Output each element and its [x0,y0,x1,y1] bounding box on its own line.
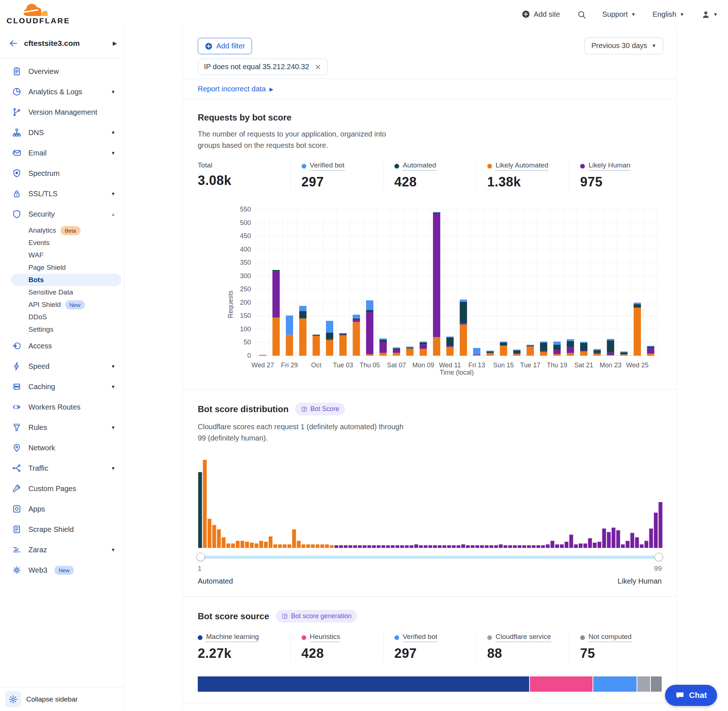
bar-segment-automated [366,310,373,312]
sidebar-item-web3[interactable]: Web3New [0,560,124,580]
filters-section: Add filter IP does not equal 35.212.240.… [182,28,676,79]
account-menu[interactable]: ▼ [701,10,718,19]
collapse-sidebar-label[interactable]: Collapse sidebar [26,695,78,704]
requests-card-description: The number of requests to your applicati… [198,128,409,151]
sidebar-subitem-api-shield[interactable]: API ShieldNew [0,298,124,311]
sidebar-item-ssl-tls[interactable]: SSL/TLS▼ [0,183,124,204]
sidebar-subitem-events[interactable]: Events [0,237,124,249]
date-range-dropdown[interactable]: Previous 30 days ▼ [585,37,663,54]
stat-label[interactable]: Verified bot [403,633,437,642]
sidebar-item-speed[interactable]: Speed▼ [0,356,124,376]
slider-track[interactable] [198,556,661,559]
back-arrow-icon[interactable] [9,38,18,48]
distribution-card-description: Cloudflare scores each request 1 (defini… [198,421,409,444]
slider-handle-min[interactable] [196,553,205,561]
main-content: Add filter IP does not equal 35.212.240.… [182,28,677,711]
sidebar-item-workers-routes[interactable]: Workers Routes [0,397,124,417]
sidebar-subitem-analytics[interactable]: AnalyticsBeta [0,224,124,237]
svg-text:450: 450 [240,232,251,239]
legend-dot [301,164,306,168]
sidebar-item-label: Analytics & Logs [28,88,82,96]
histogram-bar [278,544,282,548]
sidebar-item-access[interactable]: Access [0,336,124,356]
remove-filter-icon[interactable] [314,63,322,71]
bot-score-generation-badge[interactable]: Bot score generation [276,610,357,622]
sidebar-item-version-management[interactable]: Version Management [0,102,124,122]
stat-label[interactable]: Likely Automated [496,161,548,171]
sidebar-item-rules[interactable]: Rules▼ [0,417,124,438]
sidebar-item-overview[interactable]: Overview [0,61,124,81]
bar-segment-likely-automated [353,322,360,356]
support-menu[interactable]: Support ▼ [602,10,636,19]
sidebar-subitem-sensitive-data[interactable]: Sensitive Data [0,286,124,298]
arrow-right-icon: ▶ [269,86,273,92]
histogram-bar [551,541,554,548]
add-site-label: Add site [533,10,560,19]
report-incorrect-data-link[interactable]: Report incorrect data [198,85,266,93]
bot-score-badge[interactable]: Bot Score [295,403,345,415]
histogram-bar [513,545,517,548]
stat-not-computed: Not computed75 [569,633,662,661]
sidebar-item-zaraz[interactable]: Zaraz▼ [0,540,124,560]
histogram-bar [532,545,535,548]
chevron-right-icon[interactable]: ▶ [112,40,117,47]
stat-label[interactable]: Heuristics [310,633,340,642]
sidebar-item-traffic[interactable]: Traffic▼ [0,458,124,478]
sidebar-item-network[interactable]: Network [0,438,124,458]
histogram-bar [598,542,601,548]
slider-handle-max[interactable] [654,553,663,561]
sidebar-item-custom-pages[interactable]: Custom Pages [0,478,124,499]
sidebar-subitem-settings[interactable]: Settings [0,323,124,336]
active-filter-chip[interactable]: IP does not equal 35.212.240.32 [198,59,328,75]
plus-circle-icon [521,10,530,19]
bar-segment-likely-human [340,335,347,335]
sidebar-subitem-page-shield[interactable]: Page Shield [0,261,124,274]
add-site-button[interactable]: Add site [521,10,560,19]
sidebar-item-security[interactable]: Security▲ [0,204,124,224]
sidebar-item-analytics-logs[interactable]: Analytics & Logs▼ [0,81,124,102]
bar-segment-verified-bot [647,346,654,347]
sidebar-item-label: Security [28,210,55,218]
stat-label[interactable]: Verified bot [310,161,344,171]
histogram-bar [353,545,357,548]
sidebar-item-dns[interactable]: DNS▼ [0,122,124,143]
source-segment-not-computed [651,676,662,692]
language-menu[interactable]: English ▼ [653,10,684,19]
stat-label[interactable]: Machine learning [206,633,259,642]
sidebar-subitem-waf[interactable]: WAF [0,249,124,261]
svg-text:Thu 05: Thu 05 [359,361,380,369]
bar-segment-likely-automated [380,353,387,356]
svg-text:400: 400 [240,246,251,253]
search-icon[interactable] [577,10,586,19]
sidebar-item-apps[interactable]: Apps [0,499,124,519]
stat-label[interactable]: Not computed [589,633,632,642]
bar-segment-likely-human [446,346,454,347]
sidebar-item-spectrum[interactable]: Spectrum [0,163,124,183]
sidebar-item-email[interactable]: Email▼ [0,143,124,163]
sidebar-item-scrape-shield[interactable]: Scrape Shield [0,519,124,540]
stat-label[interactable]: Likely Human [589,161,631,171]
cloudflare-logo: CLOUDFLARE [7,3,70,25]
bar-segment-automated [527,345,534,346]
histogram-bar [527,545,531,548]
stat-label[interactable]: Automated [403,161,436,171]
sidebar-subitem-ddos[interactable]: DDoS [0,311,124,323]
add-filter-button[interactable]: Add filter [198,38,252,54]
bar-segment-verified-bot [446,336,454,337]
settings-gear-button[interactable] [5,691,21,707]
sidebar-subitem-label: WAF [28,251,44,259]
bar-segment-automated [540,342,547,351]
sidebar-item-caching[interactable]: Caching▼ [0,376,124,397]
histogram-bar [269,537,272,548]
distribution-histogram [198,456,662,551]
chat-button[interactable]: Chat [665,685,717,706]
bar-segment-likely-human [513,353,520,354]
svg-text:300: 300 [240,272,251,280]
stat-value: 75 [580,646,658,661]
stat-label[interactable]: Cloudflare service [496,633,551,642]
stat-value: 297 [394,646,473,661]
histogram-bar [631,533,634,548]
histogram-bar [231,544,235,548]
histogram-bar [645,541,648,548]
sidebar-subitem-bots[interactable]: Bots [11,274,121,286]
